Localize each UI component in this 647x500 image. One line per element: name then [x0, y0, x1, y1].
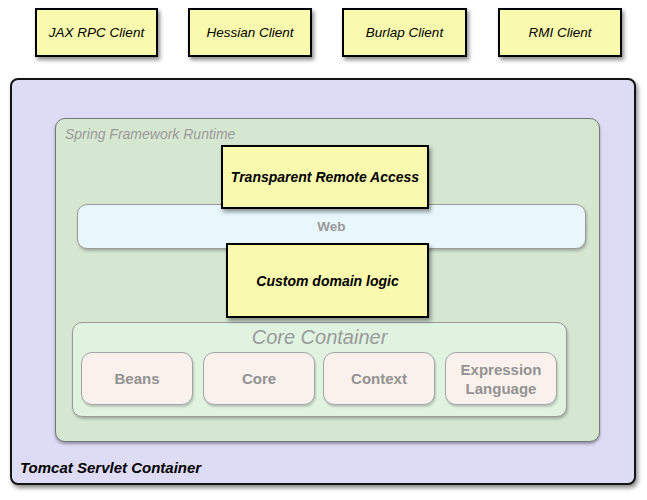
module-label: Context [351, 369, 407, 388]
client-box-burlap: Burlap Client [342, 8, 467, 57]
core-container-label: Core Container [73, 326, 566, 349]
module-box-context: Context [323, 352, 435, 405]
spring-framework-runtime: Spring Framework Runtime Transparent Rem… [55, 118, 600, 442]
custom-domain-logic-box: Custom domain logic [226, 243, 429, 318]
client-box-rmi: RMI Client [498, 8, 622, 57]
transparent-remote-access-box: Transparent Remote Access [221, 145, 429, 209]
tomcat-servlet-container: Spring Framework Runtime Transparent Rem… [10, 78, 636, 485]
architecture-diagram: JAX RPC Client Hessian Client Burlap Cli… [0, 0, 647, 500]
tomcat-container-label: Tomcat Servlet Container [20, 459, 201, 476]
client-box-jax-rpc: JAX RPC Client [35, 8, 158, 57]
web-label: Web [317, 219, 345, 234]
client-box-hessian: Hessian Client [188, 8, 312, 57]
module-box-expression-language: Expression Language [445, 352, 557, 405]
client-label: JAX RPC Client [49, 25, 144, 40]
custom-domain-logic-label: Custom domain logic [256, 273, 398, 289]
module-label: Beans [114, 369, 159, 388]
spring-runtime-label: Spring Framework Runtime [65, 126, 235, 142]
client-label: RMI Client [528, 25, 591, 40]
client-label: Burlap Client [366, 25, 443, 40]
transparent-remote-access-label: Transparent Remote Access [231, 169, 419, 185]
core-container: Core Container Beans Core Context Expres… [72, 322, 567, 417]
module-label: Core [242, 369, 276, 388]
module-label: Expression Language [446, 360, 556, 398]
module-box-beans: Beans [81, 352, 193, 405]
module-box-core: Core [203, 352, 315, 405]
client-label: Hessian Client [206, 25, 293, 40]
